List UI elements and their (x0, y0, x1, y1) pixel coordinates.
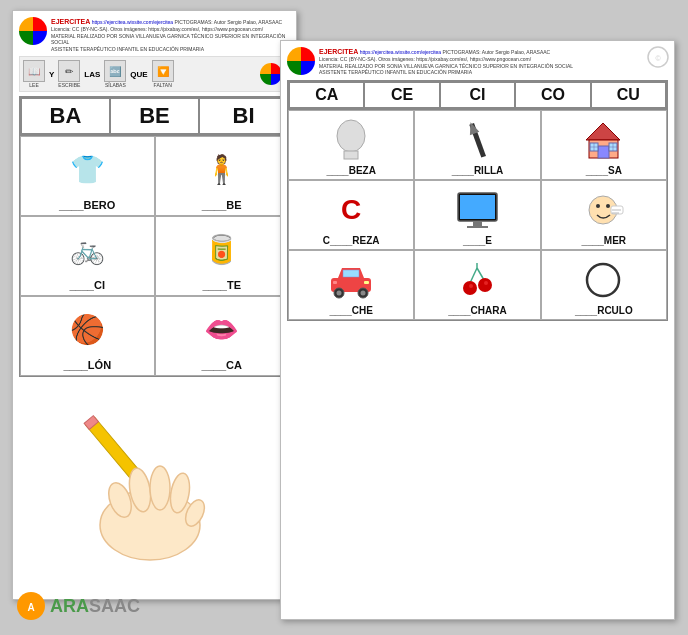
icon-silabas: 🔤 SÍLABAS (104, 60, 126, 88)
ex-r-cell-9: ____RCULO (541, 250, 667, 320)
pic-bike: 🚲 (57, 222, 117, 277)
icon-las: LAS (84, 70, 100, 79)
left-worksheet: EJERCITEA https://ejercitea.wixsite.com/… (12, 10, 297, 600)
left-url: https://ejercitea.wixsite.com/ejercitea (92, 19, 175, 25)
syl-ci: CI (440, 82, 515, 108)
syl-bi: BI (199, 98, 288, 134)
icon-silabas-label: SÍLABAS (105, 82, 126, 88)
svg-rect-15 (473, 221, 482, 226)
svg-rect-30 (364, 281, 369, 284)
icon-faltan-label: FALTAN (154, 82, 172, 88)
word-bero: ____BERO (59, 199, 115, 211)
word-rilla: ____RILLA (452, 165, 504, 176)
small-logo (260, 63, 282, 85)
icon-y: Y (49, 70, 54, 79)
right-header: EJERCITEA https://ejercitea.wixsite.com/… (287, 47, 668, 76)
pic-screen (452, 188, 502, 233)
svg-point-18 (596, 204, 600, 208)
svg-rect-14 (460, 195, 495, 219)
left-subtitle: PICTOGRAMAS: Autor Sergio Palao, ARASAAC (175, 19, 283, 25)
svg-rect-16 (467, 226, 488, 228)
ex-r-cell-6: ____MER (541, 180, 667, 250)
watermark: © (646, 45, 670, 69)
ex-r-cell-1: ____BEZA (288, 110, 414, 180)
icon-lee-label: LEE (29, 82, 38, 88)
svg-rect-6 (598, 146, 609, 158)
word-ci: ____CI (70, 279, 105, 291)
icon-lee-box: 📖 (23, 60, 45, 82)
ex-r-cell-3: ____SA (541, 110, 667, 180)
ex-r-cell-7: ____CHE (288, 250, 414, 320)
pic-cherries (452, 258, 502, 303)
word-lon: ____LÓN (63, 359, 111, 371)
svg-point-36 (478, 278, 492, 292)
pic-basketball: 🏀 (57, 302, 117, 357)
word-che: ____CHE (329, 305, 372, 316)
exercise-grid-right: ____BEZA ____RILLA (287, 110, 668, 321)
pic-head (326, 118, 376, 163)
ex-cell-6: 👄 ____CA (155, 296, 290, 376)
pic-house (579, 118, 629, 163)
svg-point-0 (337, 120, 365, 152)
right-author: MATERIAL REALIZADO POR SONIA VILLANUEVA … (319, 63, 573, 69)
pic-circle (579, 258, 629, 303)
icon-lee: 📖 LEE (23, 60, 45, 88)
pic-pencil-c: C (326, 188, 376, 233)
word-te: ____TE (202, 279, 241, 291)
icon-que: QUE (130, 70, 147, 79)
icon-faltan-box: 🔽 (152, 60, 174, 82)
svg-point-27 (337, 291, 342, 296)
word-be: ____BE (202, 199, 242, 211)
syl-cu: CU (591, 82, 666, 108)
svg-point-38 (484, 281, 488, 285)
svg-point-35 (463, 281, 477, 295)
left-title: EJERCITEA (51, 18, 90, 25)
icon-escribe-box: ✏ (58, 60, 80, 82)
ex-cell-4: 🥫 ____TE (155, 216, 290, 296)
icon-escribe-label: ESCRIBE (58, 82, 80, 88)
word-mer: ____MER (582, 235, 626, 246)
svg-text:A: A (27, 602, 34, 613)
arasaac-footer: A ARASAAC (16, 591, 140, 621)
syl-be: BE (110, 98, 199, 134)
pic-talk (579, 188, 629, 233)
logo-circle-left (19, 17, 47, 45)
left-header: EJERCITEA https://ejercitea.wixsite.com/… (19, 17, 290, 52)
word-chara: ____CHARA (448, 305, 506, 316)
pic-spear (452, 118, 502, 163)
syl-ba: BA (21, 98, 110, 134)
ex-cell-5: 🏀 ____LÓN (20, 296, 155, 376)
svg-point-19 (606, 204, 610, 208)
arasaac-text: ARASAAC (50, 596, 140, 617)
icons-row-left: 📖 LEE Y ✏ ESCRIBE LAS 🔤 SÍLABAS QUE 🔽 FA… (19, 56, 290, 92)
pic-shirt: 👕 (57, 142, 117, 197)
icon-silabas-box: 🔤 (104, 60, 126, 82)
right-license: Licencia: CC (BY-NC-SA). Otros imágenes:… (319, 56, 531, 62)
syl-co: CO (515, 82, 590, 108)
svg-rect-1 (344, 151, 358, 159)
svg-point-39 (587, 264, 619, 296)
icon-escribe: ✏ ESCRIBE (58, 60, 80, 88)
icon-faltan: 🔽 FALTAN (152, 60, 174, 88)
word-sa: ____SA (586, 165, 622, 176)
syl-ce: CE (364, 82, 439, 108)
ex-cell-3: 🚲 ____CI (20, 216, 155, 296)
svg-line-32 (470, 268, 477, 283)
right-header-text: EJERCITEA https://ejercitea.wixsite.com/… (319, 47, 573, 76)
word-beza: ____BEZA (326, 165, 375, 176)
pic-lips: 👄 (192, 302, 252, 357)
arasaac-saac: SAAC (89, 596, 140, 616)
right-subtitle: PICTOGRAMAS: Autor Sergio Palao, ARASAAC (443, 49, 551, 55)
logo-circle-right (287, 47, 315, 75)
word-ca: ____CA (202, 359, 242, 371)
right-assistant: ASISTENTE TERAPÉUTICO INFANTIL EN EDUCAC… (319, 69, 472, 75)
svg-line-33 (477, 268, 484, 280)
svg-marker-4 (586, 123, 620, 140)
syllable-header-left: BA BE BI (19, 96, 290, 136)
ex-r-cell-4: C C____REZA (288, 180, 414, 250)
right-worksheet: EJERCITEA https://ejercitea.wixsite.com/… (280, 40, 675, 620)
exercise-grid-left: 👕 ____BERO 🧍 ____BE 🚲 ____CI 🥫 ____TE 🏀 … (19, 136, 290, 377)
left-assistant: ASISTENTE TERAPÉUTICO INFANTIL EN EDUCAC… (51, 46, 204, 52)
word-e: ____E (463, 235, 492, 246)
left-header-text: EJERCITEA https://ejercitea.wixsite.com/… (51, 17, 290, 52)
